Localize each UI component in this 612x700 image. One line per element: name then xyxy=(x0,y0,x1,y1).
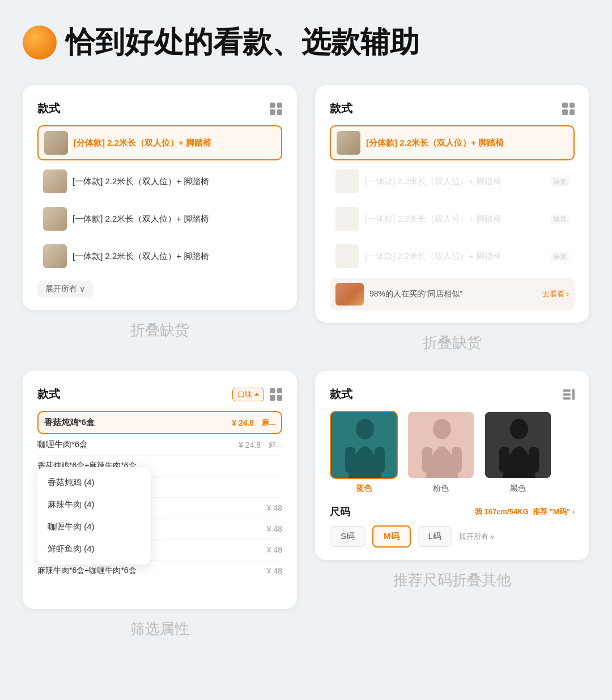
arrow-up-icon xyxy=(254,393,259,396)
section-label-tr: 款式 xyxy=(330,101,352,116)
card-bottom-right: 款式 xyxy=(315,371,589,639)
food-sku-price-5: ¥ 48 xyxy=(267,503,282,512)
card-tr-inner: 款式 [分体款] 2.2米长（双人位）+ 脚踏椅 [一体款] 2.2米长（双人位… xyxy=(315,85,589,323)
card-top-left: 款式 [分体款] 2.2米长（双人位）+ 脚踏椅 [一体款] 2.2米长（双人位… xyxy=(23,85,297,353)
section-label-tl: 款式 xyxy=(37,101,60,116)
sku-label-tr-4: [一体款] 2.2米长（双人位）+ 脚踏椅 xyxy=(365,251,502,262)
svg-rect-11 xyxy=(529,447,539,473)
sku-item-tr-3[interactable]: [一体款] 2.2米长（双人位）+ 脚踏椅 缺货 xyxy=(330,202,575,235)
sku-item-tr-4[interactable]: [一体款] 2.2米长（双人位）+ 脚踏椅 缺货 xyxy=(330,240,575,273)
dropdown-item-3[interactable]: 咖喱牛肉 (4) xyxy=(37,516,151,538)
sku-thumb-tl-4 xyxy=(43,244,67,268)
dropdown-item-4[interactable]: 鲜虾鱼肉 (4) xyxy=(37,538,151,560)
card-tl-header: 款式 xyxy=(37,101,282,116)
chevron-right-icon: › xyxy=(572,507,575,516)
swatch-img-blue xyxy=(330,411,398,479)
out-stock-badge-3: 缺货 xyxy=(551,214,569,224)
svg-rect-10 xyxy=(499,447,509,473)
food-sku-2[interactable]: 咖喱牛肉*6盒 ¥ 24.8 鲜... xyxy=(37,434,282,456)
sku-item-active-tl[interactable]: [分体款] 2.2米长（双人位）+ 脚踏椅 xyxy=(37,125,282,160)
food-sku-price-2: ¥ 24.8 xyxy=(239,440,261,449)
sku-thumb-tr-3 xyxy=(335,207,359,231)
food-sku-extra-2: 鲜... xyxy=(269,440,282,450)
food-sku-name-8: 麻辣牛肉*6盒+咖喱牛肉*6盒 xyxy=(37,566,262,576)
card-br-inner: 款式 xyxy=(315,371,589,560)
grid-view-icon-tl[interactable] xyxy=(270,103,282,115)
card-bl-inner: 款式 口味 香菇炖鸡*6盒 ¥ 24.8 麻... xyxy=(23,371,297,609)
food-sku-name-2: 咖喱牛肉*6盒 xyxy=(37,439,234,450)
food-sku-name-1: 香菇炖鸡*6盒 xyxy=(44,417,227,428)
sku-thumb-tl-3 xyxy=(43,207,67,231)
similar-link[interactable]: 去看看 › xyxy=(542,289,569,299)
svg-rect-6 xyxy=(422,447,432,473)
section-label-br: 款式 xyxy=(330,387,352,402)
swatch-label-blue: 蓝色 xyxy=(356,483,372,494)
color-swatches: 蓝色 粉色 xyxy=(330,411,575,494)
flavor-label: 口味 xyxy=(237,389,252,400)
sku-item-tl-3[interactable]: [一体款] 2.2米长（双人位）+ 脚踏椅 xyxy=(37,202,282,235)
orange-ball-icon xyxy=(23,26,57,60)
sku-item-tl-2[interactable]: [一体款] 2.2米长（双人位）+ 脚踏椅 xyxy=(37,165,282,198)
list-grid-icon-br[interactable] xyxy=(563,389,575,400)
page-title: 恰到好处的看款、选款辅助 xyxy=(66,23,419,62)
size-recommend-text: 我 167cm/54KG 推荐 "M码" › xyxy=(475,507,575,517)
sku-label-tr-2: [一体款] 2.2米长（双人位）+ 脚踏椅 xyxy=(365,176,502,187)
svg-point-9 xyxy=(510,419,528,439)
sku-label-tl-1: [分体款] 2.2米长（双人位）+ 脚踏椅 xyxy=(74,138,211,149)
sku-thumb-tl-2 xyxy=(43,169,67,193)
dropdown-item-1[interactable]: 香菇炖鸡 (4) xyxy=(37,472,151,494)
sku-item-active-tr[interactable]: [分体款] 2.2米长（双人位）+ 脚踏椅 xyxy=(330,125,575,160)
swatch-img-pink xyxy=(407,411,475,479)
dropdown-item-2[interactable]: 麻辣牛肉 (4) xyxy=(37,494,151,516)
expand-button-tl[interactable]: 展开所有 ∨ xyxy=(37,281,93,298)
sku-thumb-tr-1 xyxy=(337,131,360,155)
grid-view-icon-bl[interactable] xyxy=(270,388,282,401)
flavor-filter-tag[interactable]: 口味 xyxy=(232,388,264,401)
out-stock-badge-4: 缺货 xyxy=(551,252,569,261)
sku-label-tr-1: [分体款] 2.2米长（双人位）+ 脚踏椅 xyxy=(366,138,504,149)
sku-label-tl-4: [一体款] 2.2米长（双人位）+ 脚踏椅 xyxy=(73,251,209,262)
color-swatch-pink[interactable]: 粉色 xyxy=(407,411,475,494)
chevron-down-icon-tl: ∨ xyxy=(79,285,85,294)
dropdown-label-4: 鲜虾鱼肉 (4) xyxy=(48,544,95,553)
size-btn-s[interactable]: S码 xyxy=(330,526,366,547)
size-expand-btn[interactable]: 展开所有 ∨ xyxy=(459,532,495,542)
sku-item-tr-2[interactable]: [一体款] 2.2米长（双人位）+ 脚踏椅 缺货 xyxy=(330,165,575,198)
card-tr-header: 款式 xyxy=(330,101,575,116)
page-header: 恰到好处的看款、选款辅助 xyxy=(23,23,589,62)
similar-thumb-img xyxy=(335,283,364,306)
card-bottom-left: 款式 口味 香菇炖鸡*6盒 ¥ 24.8 麻... xyxy=(23,371,297,639)
food-sku-price-6: ¥ 48 xyxy=(267,524,282,533)
food-sku-extra-1: 麻... xyxy=(262,418,275,428)
out-stock-badge-2: 缺货 xyxy=(551,177,569,186)
food-sku-price-1: ¥ 24.8 xyxy=(232,418,254,427)
card-footer-label-br: 推荐尺码折叠其他 xyxy=(315,570,589,590)
card-footer-label-tl: 折叠缺货 xyxy=(23,320,297,340)
card-top-right: 款式 [分体款] 2.2米长（双人位）+ 脚踏椅 [一体款] 2.2米长（双人位… xyxy=(315,85,589,353)
dropdown-label-1: 香菇炖鸡 (4) xyxy=(48,477,95,487)
size-btn-m[interactable]: M码 xyxy=(372,525,411,548)
size-recommend-val: 推荐 "M码" xyxy=(533,507,570,516)
color-swatch-black[interactable]: 黑色 xyxy=(484,411,552,494)
similar-text: 98%的人在买的"同店相似" xyxy=(369,289,537,299)
svg-rect-2 xyxy=(345,447,355,473)
grid-view-icon-tr[interactable] xyxy=(562,103,575,115)
food-sku-active[interactable]: 香菇炖鸡*6盒 ¥ 24.8 麻... xyxy=(37,411,282,434)
sku-thumb-tr-4 xyxy=(335,244,359,268)
similar-banner[interactable]: 98%的人在买的"同店相似" 去看看 › xyxy=(330,278,575,310)
swatch-label-pink: 粉色 xyxy=(433,483,449,494)
sku-thumb-tr-2 xyxy=(335,169,359,193)
card-footer-label-tr: 折叠缺货 xyxy=(315,333,589,353)
food-sku-price-8: ¥ 48 xyxy=(267,566,282,575)
sku-item-tl-4[interactable]: [一体款] 2.2米长（双人位）+ 脚踏椅 xyxy=(37,240,282,273)
dropdown-label-3: 咖喱牛肉 (4) xyxy=(48,521,95,531)
card-footer-label-bl: 筛选属性 xyxy=(23,619,297,639)
flavor-dropdown: 香菇炖鸡 (4) 麻辣牛肉 (4) 咖喱牛肉 (4) 鲜虾鱼肉 (4) xyxy=(37,467,151,565)
color-swatch-blue[interactable]: 蓝色 xyxy=(330,411,398,494)
svg-rect-7 xyxy=(452,447,462,473)
svg-rect-3 xyxy=(375,447,385,473)
size-buttons: S码 M码 L码 展开所有 ∨ xyxy=(330,525,575,548)
svg-point-1 xyxy=(356,419,374,439)
food-sku-price-7: ¥ 48 xyxy=(267,545,282,554)
size-btn-l[interactable]: L码 xyxy=(418,526,452,547)
